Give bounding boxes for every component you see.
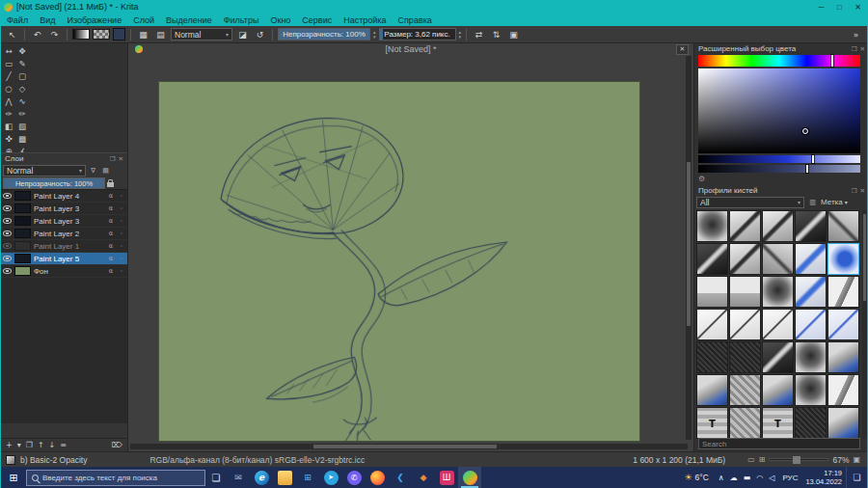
inherit-alpha-icon[interactable]: α (107, 255, 115, 262)
foreground-color-swatch[interactable] (113, 28, 125, 41)
layer-filter-icon[interactable]: ∇ (88, 167, 98, 175)
shade-selector-2[interactable] (698, 165, 860, 173)
layer-row[interactable]: Paint Layer 1 α ◦ (1, 240, 127, 253)
layer-row[interactable]: Paint Layer 3 α ◦ (1, 203, 127, 215)
menu-item[interactable]: Слой (127, 14, 160, 26)
fit-width-icon[interactable]: ⊞ (759, 455, 766, 464)
layer-visibility-eye-icon[interactable] (3, 193, 12, 199)
brush-preset-tile[interactable] (795, 407, 827, 439)
opacity-spinner[interactable]: ▴▾ (373, 30, 376, 40)
delete-layer-button[interactable]: ⌦ (112, 441, 122, 449)
brush-settings-icon[interactable]: ▦ (136, 28, 150, 41)
brush-view-icon[interactable]: ▥ (807, 199, 818, 206)
dynamic-brush-tool[interactable]: ✏ (15, 108, 29, 121)
close-button[interactable]: ✕ (849, 0, 867, 14)
brush-preset-tile[interactable] (827, 407, 859, 439)
taskbar-search[interactable] (26, 470, 205, 486)
brush-preset-tile[interactable] (696, 341, 728, 373)
taskbar-vscode-icon[interactable]: ❮ (389, 467, 412, 488)
shade-selector-1[interactable] (698, 155, 860, 163)
zoom-slider-thumb[interactable] (793, 456, 800, 464)
menu-item[interactable]: Фильтры (218, 14, 265, 26)
alpha-lock-icon[interactable]: ◦ (118, 255, 125, 262)
zoom-slider[interactable] (769, 458, 828, 461)
reload-preset-icon[interactable]: ↺ (253, 28, 267, 41)
brush-preset-tile[interactable] (729, 276, 761, 308)
blending-mode-select[interactable]: Normal ▾ (171, 28, 232, 41)
bezier-tool[interactable]: ∿ (15, 95, 29, 108)
brush-preset-tile[interactable] (827, 243, 859, 275)
layer-row[interactable]: Paint Layer 5 α ◦ (1, 253, 127, 265)
taskbar-store-icon[interactable]: ⊞ (296, 467, 319, 488)
taskbar-clock[interactable]: 17:19 13.04.2022 (805, 469, 842, 486)
tag-button[interactable]: Метка ▾ (821, 198, 848, 206)
pattern-picker[interactable] (93, 29, 110, 40)
brush-preset-tile[interactable] (827, 341, 859, 373)
horizontal-scrollbar[interactable] (130, 444, 688, 449)
alpha-lock-icon[interactable]: ◦ (118, 242, 125, 250)
brush-preset-tile[interactable] (729, 309, 761, 340)
brush-preset-tile[interactable] (696, 210, 728, 242)
preset-chooser-icon[interactable]: ▤ (153, 28, 168, 41)
pointer-icon[interactable]: ↖ (5, 28, 19, 41)
task-view-icon[interactable]: ❏ (205, 473, 227, 483)
canvas-only-icon[interactable]: ▣ (853, 455, 860, 464)
brush-preset-tile[interactable] (696, 243, 728, 275)
move-tool[interactable]: ✥ (15, 45, 29, 58)
menu-item[interactable]: Файл (1, 14, 34, 26)
taskbar-app-pink-icon[interactable]: Ш (435, 467, 458, 488)
layer-type-arrow[interactable]: ▾ (17, 441, 21, 449)
layer-row[interactable]: Paint Layer 4 α ◦ (1, 190, 127, 203)
menu-item[interactable]: Выделение (160, 14, 218, 26)
canvas[interactable] (158, 81, 640, 442)
vscroll-thumb[interactable] (687, 162, 691, 326)
language-indicator[interactable]: РУС (782, 474, 798, 482)
hscroll-thumb[interactable] (313, 445, 497, 448)
taskbar-firefox-icon[interactable] (366, 467, 389, 488)
brush-preset-tile[interactable] (762, 243, 794, 275)
inherit-alpha-icon[interactable]: α (107, 217, 115, 225)
inherit-alpha-icon[interactable]: α (107, 242, 115, 250)
brush-preset-tile[interactable] (729, 407, 761, 439)
menu-item[interactable]: Настройка (338, 14, 392, 26)
eraser-toggle-icon[interactable]: ◪ (235, 28, 250, 41)
brush-preset-tile[interactable] (729, 210, 761, 242)
battery-icon[interactable]: ▬ (744, 474, 751, 482)
fit-page-icon[interactable]: ▭ (747, 455, 755, 464)
brush-preset-tile[interactable] (795, 374, 827, 406)
color-sampler-tool[interactable]: ✜ (2, 133, 15, 146)
brush-tag-filter-select[interactable]: All ▾ (696, 197, 804, 208)
minimize-button[interactable]: ─ (812, 0, 830, 14)
toolbar-overflow-icon[interactable]: » (849, 28, 863, 41)
brush-preset-tile[interactable] (795, 276, 827, 308)
brush-preset-tile[interactable] (729, 243, 761, 275)
brush-preset-tile[interactable] (762, 309, 794, 340)
freehand-brush-tool[interactable]: ✎ (15, 58, 29, 70)
color-settings-gear-icon[interactable]: ⚙ (698, 175, 705, 183)
onedrive-icon[interactable]: ☁ (730, 474, 738, 482)
hue-bar[interactable] (698, 55, 860, 67)
rectangle-tool[interactable]: ▢ (15, 70, 29, 83)
layer-properties-button[interactable]: ≡ (60, 441, 67, 449)
inherit-alpha-icon[interactable]: α (107, 230, 115, 237)
alpha-lock-icon[interactable]: ◦ (118, 192, 125, 200)
brush-preset-tile[interactable] (762, 276, 794, 308)
crop-tool[interactable]: ▭ (2, 58, 15, 70)
brush-grid-scrollbar[interactable] (862, 210, 867, 439)
layer-view-icon[interactable]: ▤ (100, 167, 111, 175)
layer-visibility-eye-icon[interactable] (3, 230, 12, 236)
zoom-percent[interactable]: 67% (832, 455, 849, 465)
polygon-tool[interactable]: ◇ (15, 83, 29, 95)
fill-tool[interactable]: ◧ (2, 121, 15, 133)
layer-lock-icon[interactable] (107, 182, 114, 187)
layer-row[interactable]: Paint Layer 3 α ◦ (1, 215, 127, 228)
float-docker-icon[interactable]: ❐ (852, 45, 857, 53)
menu-item[interactable]: Вид (34, 14, 61, 26)
layer-visibility-eye-icon[interactable] (3, 256, 12, 261)
brush-preset-tile[interactable] (795, 309, 827, 340)
close-docker-icon[interactable]: ✕ (860, 45, 865, 53)
taskbar-viber-icon[interactable]: ✆ (342, 467, 366, 488)
size-slider[interactable]: Размер: 3,62 пикс. (379, 28, 456, 41)
menu-item[interactable]: Изображение (61, 14, 127, 26)
line-tool[interactable]: ╱ (2, 70, 15, 83)
